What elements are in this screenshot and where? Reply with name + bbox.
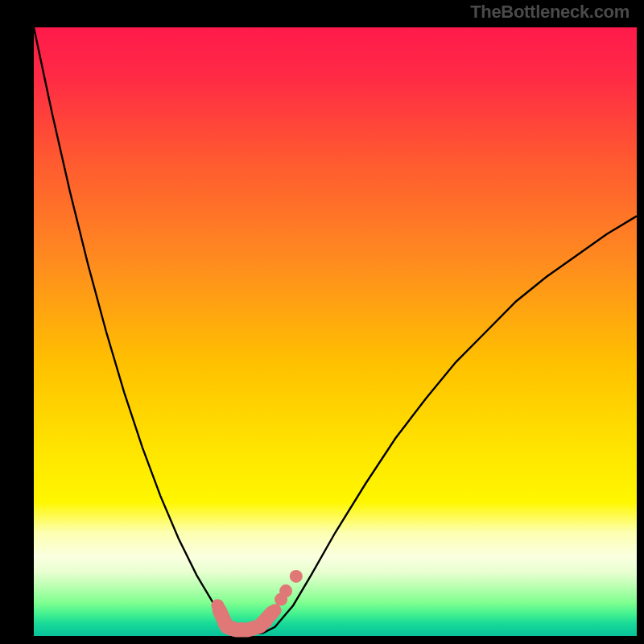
watermark-text: TheBottleneck.com xyxy=(470,2,630,23)
curve-marker xyxy=(259,616,272,629)
curve-marker xyxy=(269,604,282,617)
curve-marker xyxy=(245,621,258,634)
chart-gradient-bg xyxy=(34,27,637,636)
curve-marker xyxy=(290,570,303,583)
curve-marker xyxy=(211,599,224,612)
curve-marker xyxy=(279,584,292,597)
bottleneck-chart xyxy=(0,0,644,644)
figure-viewport: TheBottleneck.com xyxy=(0,0,644,644)
